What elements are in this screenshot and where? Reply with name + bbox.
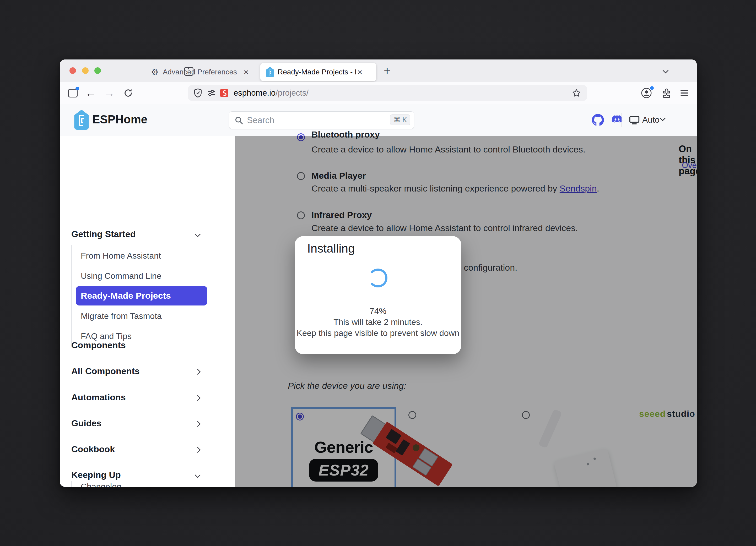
dialog-title: Installing: [307, 241, 355, 256]
chevron-right-icon[interactable]: [195, 369, 201, 375]
sidebar-item-faq-and-tips[interactable]: FAQ and Tips: [81, 331, 132, 341]
notification-dot: [650, 86, 654, 90]
search-placeholder: Search: [247, 115, 274, 125]
sidebar-section-getting-started[interactable]: Getting Started: [71, 229, 136, 239]
sidebar-section-components[interactable]: Components: [71, 340, 126, 350]
tab-strip: ⚙ Advanced Preferences × Ready-Made Proj…: [60, 60, 697, 82]
back-button[interactable]: ←: [85, 82, 96, 104]
minimize-window-button[interactable]: [82, 67, 89, 74]
discord-icon[interactable]: [610, 109, 624, 131]
theme-selector-label[interactable]: Auto: [642, 115, 660, 125]
sidebar-section-all-components[interactable]: All Components: [71, 366, 140, 376]
url-path: /projects/: [276, 88, 309, 98]
extension-icon[interactable]: [219, 88, 229, 98]
tab-label: Advanced Preferences: [163, 68, 239, 76]
extensions-puzzle-icon[interactable]: [660, 82, 673, 104]
tab-advanced-preferences[interactable]: ⚙ Advanced Preferences ×: [145, 63, 256, 81]
menu-hamburger-icon[interactable]: [678, 82, 691, 104]
sidebar-section-guides[interactable]: Guides: [71, 418, 101, 428]
installing-dialog: Installing 74% This will take 2 minutes.…: [295, 236, 461, 354]
theme-monitor-icon[interactable]: [628, 109, 641, 131]
url-host: esphome.io: [234, 88, 276, 98]
sidebar-section-keeping-up[interactable]: Keeping Up: [71, 470, 121, 480]
sidebar-rule: [71, 245, 72, 347]
sidebar-section-cookbook[interactable]: Cookbook: [71, 444, 115, 454]
forward-button[interactable]: →: [104, 82, 115, 104]
sidebar-section-automations[interactable]: Automations: [71, 392, 126, 402]
sidebar-item-label: Ready-Made Projects: [81, 290, 171, 301]
close-tab-icon[interactable]: ×: [357, 68, 363, 77]
esphome-logo[interactable]: [74, 110, 89, 131]
header-divider: [622, 113, 622, 127]
sidebar-item-from-home-assistant[interactable]: From Home Assistant: [81, 251, 161, 261]
chevron-down-icon[interactable]: [660, 115, 666, 121]
sidebar-item-changelog[interactable]: Changelog: [81, 482, 121, 487]
brand-title[interactable]: ESPHome: [92, 113, 147, 126]
close-window-button[interactable]: [69, 67, 76, 74]
search-box[interactable]: Search ⌘ K: [229, 111, 414, 129]
sidebar-item-ready-made-projects[interactable]: Ready-Made Projects: [76, 286, 207, 305]
account-icon[interactable]: [640, 82, 653, 104]
chevron-right-icon[interactable]: [195, 421, 201, 427]
reload-icon[interactable]: [122, 82, 134, 104]
browser-window: ⚙ Advanced Preferences × Ready-Made Proj…: [60, 60, 697, 487]
url-bar[interactable]: esphome.io/projects/: [188, 85, 587, 101]
close-tab-icon[interactable]: ×: [244, 68, 249, 77]
list-all-tabs-icon[interactable]: [663, 68, 669, 74]
sidebar-item-migrate-from-tasmota[interactable]: Migrate from Tasmota: [81, 311, 162, 321]
permissions-icon[interactable]: [207, 89, 216, 97]
chevron-right-icon[interactable]: [195, 395, 201, 401]
progress-spinner: [367, 267, 389, 290]
new-tab-button[interactable]: +: [384, 64, 391, 77]
progress-eta: This will take 2 minutes.: [295, 317, 461, 327]
search-icon: [234, 116, 243, 125]
tab-label: Ready-Made Projects - ESPHom: [278, 68, 356, 76]
notification-dot: [75, 87, 79, 90]
tab-ready-made-projects[interactable]: Ready-Made Projects - ESPHom ×: [260, 63, 376, 81]
navigation-toolbar: ← → esphome.io/projects/: [60, 82, 697, 104]
progress-percent: 74%: [295, 306, 461, 316]
search-shortcut-badge: ⌘ K: [390, 115, 410, 125]
zoom-window-button[interactable]: [94, 67, 101, 74]
docs-sidebar: Getting Started From Home Assistant Usin…: [60, 136, 236, 487]
github-icon[interactable]: [591, 109, 604, 131]
gear-icon: ⚙: [151, 67, 159, 77]
esphome-favicon: [266, 67, 274, 77]
bookmark-star-icon[interactable]: [572, 89, 581, 98]
shield-icon[interactable]: [194, 88, 202, 98]
sidebar-item-using-command-line[interactable]: Using Command Line: [81, 271, 161, 281]
chevron-down-icon[interactable]: [195, 472, 201, 478]
chevron-right-icon[interactable]: [195, 447, 201, 453]
desktop-background: ⚙ Advanced Preferences × Ready-Made Proj…: [0, 0, 756, 546]
sidebar-toggle-icon[interactable]: [67, 82, 79, 104]
progress-note: Keep this page visible to prevent slow d…: [295, 328, 461, 338]
chevron-down-icon[interactable]: [195, 231, 201, 238]
sidebar-rule: [71, 481, 72, 487]
